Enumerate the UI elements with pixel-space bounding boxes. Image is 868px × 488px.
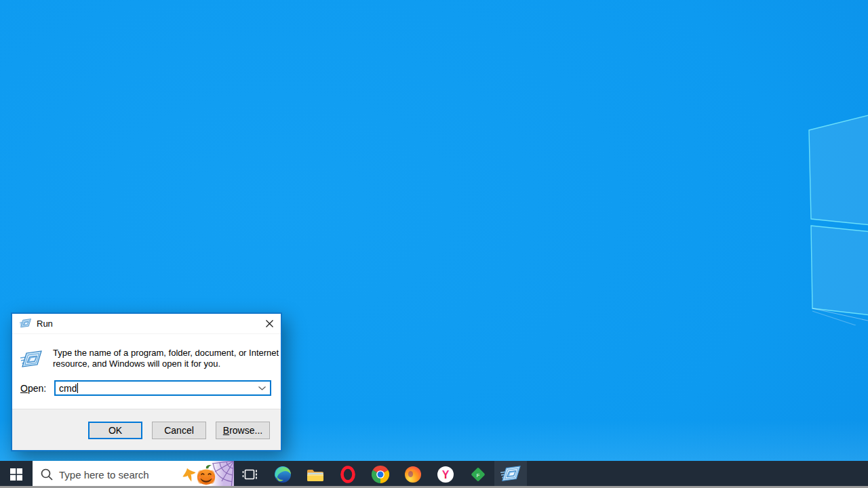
task-view-icon — [242, 466, 258, 483]
browse-button[interactable]: Browse... — [216, 422, 270, 439]
taskbar-app-run-active[interactable] — [494, 461, 527, 488]
taskbar-app-firefox[interactable] — [397, 461, 429, 488]
description-line-2: resource, and Windows will open it for y… — [53, 359, 277, 369]
open-combobox[interactable]: cmd — [54, 380, 271, 396]
taskbar-app-file-explorer[interactable] — [299, 461, 332, 488]
yandex-browser-icon: Y — [437, 466, 454, 483]
taskbar-app-opera[interactable] — [332, 461, 364, 488]
file-explorer-icon — [307, 466, 324, 483]
taskbar-app-yandex[interactable]: Y — [429, 461, 462, 488]
taskbar-app-green-diamond[interactable]: F — [462, 461, 494, 488]
open-input-value: cmd — [56, 383, 77, 394]
dialog-body: Type the name of a program, folder, docu… — [12, 334, 281, 409]
google-chrome-icon — [372, 466, 389, 483]
taskbar-app-edge[interactable] — [267, 461, 299, 488]
dialog-description: Type the name of a program, folder, docu… — [53, 348, 277, 369]
close-button[interactable] — [258, 314, 281, 334]
svg-text:Y: Y — [442, 469, 450, 481]
task-view-button[interactable] — [234, 461, 267, 488]
halloween-decoration — [180, 461, 234, 488]
combobox-dropdown-button[interactable] — [254, 382, 270, 394]
run-taskbar-icon — [500, 466, 521, 483]
taskbar: Type here to search — [0, 461, 868, 488]
taskbar-app-chrome[interactable] — [364, 461, 397, 488]
chevron-down-icon — [258, 386, 266, 390]
firefox-icon — [404, 466, 422, 483]
search-icon — [40, 468, 54, 481]
search-input[interactable]: Type here to search — [33, 461, 234, 488]
text-cursor — [77, 383, 78, 393]
pumpkin-icon — [195, 464, 218, 487]
windows-logo-icon — [10, 468, 22, 481]
run-icon — [20, 319, 31, 329]
run-program-icon — [20, 350, 42, 369]
description-line-1: Type the name of a program, folder, docu… — [53, 348, 277, 359]
run-dialog-titlebar[interactable]: Run — [12, 314, 281, 334]
dialog-footer: OK Cancel Browse... — [12, 409, 281, 450]
opera-icon — [339, 466, 357, 483]
spiderweb-background — [211, 461, 234, 488]
microsoft-edge-icon — [274, 466, 292, 483]
spiderweb-icon — [211, 461, 234, 488]
wallpaper-window-logo — [807, 108, 868, 325]
start-button[interactable] — [0, 461, 33, 488]
run-dialog: Run Type the name of a program, folder, … — [11, 312, 282, 451]
dialog-title: Run — [37, 319, 53, 329]
autumn-leaf-icon — [182, 468, 196, 483]
cancel-button[interactable]: Cancel — [152, 422, 206, 439]
search-placeholder: Type here to search — [59, 469, 149, 481]
open-label: Open: — [20, 383, 46, 394]
ok-button[interactable]: OK — [88, 422, 142, 439]
svg-text:F: F — [477, 472, 480, 479]
green-diamond-icon: F — [469, 466, 487, 483]
close-icon — [266, 320, 273, 327]
